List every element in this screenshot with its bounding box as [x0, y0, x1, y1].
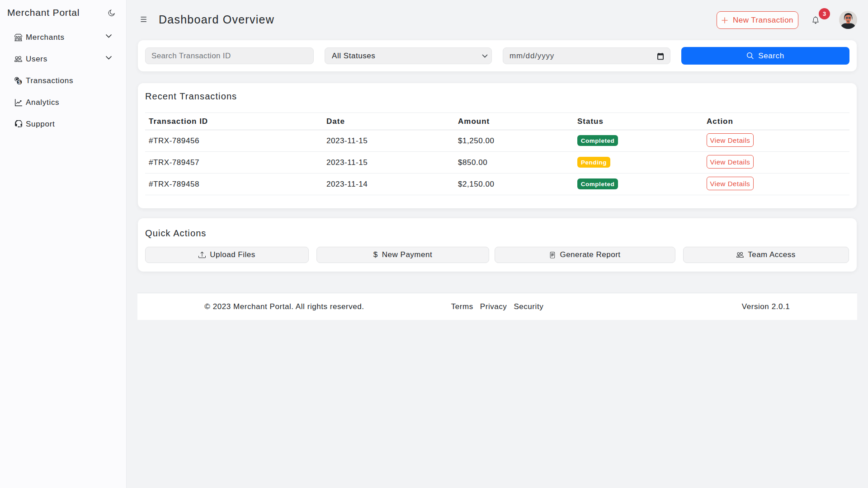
svg-text:$: $ — [18, 80, 21, 85]
